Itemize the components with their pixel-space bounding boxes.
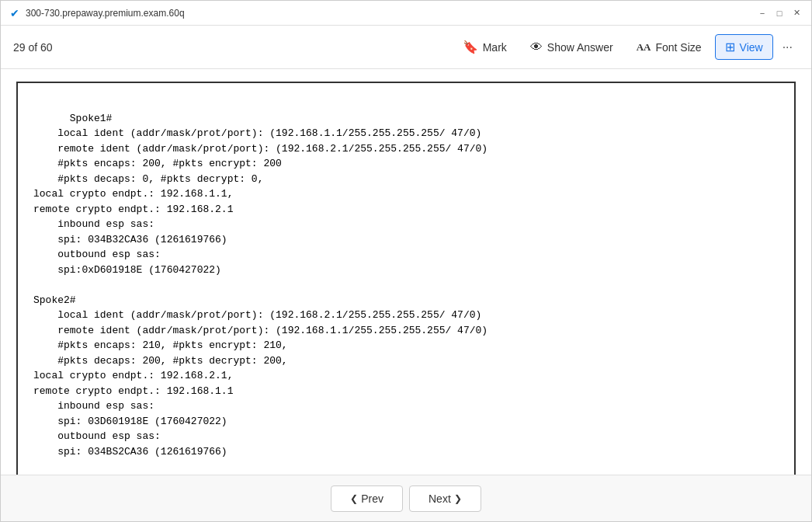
chevron-left-icon: ❮ xyxy=(350,493,358,504)
exhibit-box: Spoke1# local ident (addr/mask/prot/port… xyxy=(16,82,796,475)
maximize-button[interactable]: □ xyxy=(774,8,785,19)
question-counter: 29 of 60 xyxy=(13,41,53,54)
show-answer-button[interactable]: 👁 Show Answer xyxy=(520,35,623,60)
main-content: Spoke1# local ident (addr/mask/prot/port… xyxy=(1,69,811,475)
next-label: Next xyxy=(429,492,451,505)
view-icon: ⊞ xyxy=(725,40,735,54)
show-answer-label: Show Answer xyxy=(547,41,613,54)
prev-label: Prev xyxy=(361,492,383,505)
window-controls: − □ ✕ xyxy=(757,8,802,19)
toolbar: 29 of 60 🔖 Mark 👁 Show Answer AA Font Si… xyxy=(1,26,811,69)
title-bar: ✔ 300-730.prepaway.premium.exam.60q − □ … xyxy=(1,1,811,26)
window-title: 300-730.prepaway.premium.exam.60q xyxy=(26,8,757,19)
navigation-bar: ❮ Prev Next ❯ xyxy=(1,475,811,521)
mark-button[interactable]: 🔖 Mark xyxy=(453,34,517,60)
view-label: View xyxy=(740,41,763,54)
app-window: ✔ 300-730.prepaway.premium.exam.60q − □ … xyxy=(0,0,812,522)
chevron-right-icon: ❯ xyxy=(454,493,462,504)
next-button[interactable]: Next ❯ xyxy=(409,485,481,512)
font-icon: AA xyxy=(637,41,651,54)
exhibit-text: Spoke1# local ident (addr/mask/prot/port… xyxy=(33,113,488,458)
minimize-button[interactable]: − xyxy=(757,8,768,19)
bookmark-icon: 🔖 xyxy=(463,40,478,54)
close-button[interactable]: ✕ xyxy=(791,8,802,19)
eye-icon: 👁 xyxy=(530,40,543,54)
app-checkmark-icon: ✔ xyxy=(10,7,19,19)
prev-button[interactable]: ❮ Prev xyxy=(331,485,403,512)
font-size-label: Font Size xyxy=(655,41,701,54)
more-options-button[interactable]: ··· xyxy=(776,36,799,59)
mark-label: Mark xyxy=(483,41,507,54)
view-button[interactable]: ⊞ View xyxy=(715,34,773,60)
font-size-button[interactable]: AA Font Size xyxy=(626,36,712,59)
